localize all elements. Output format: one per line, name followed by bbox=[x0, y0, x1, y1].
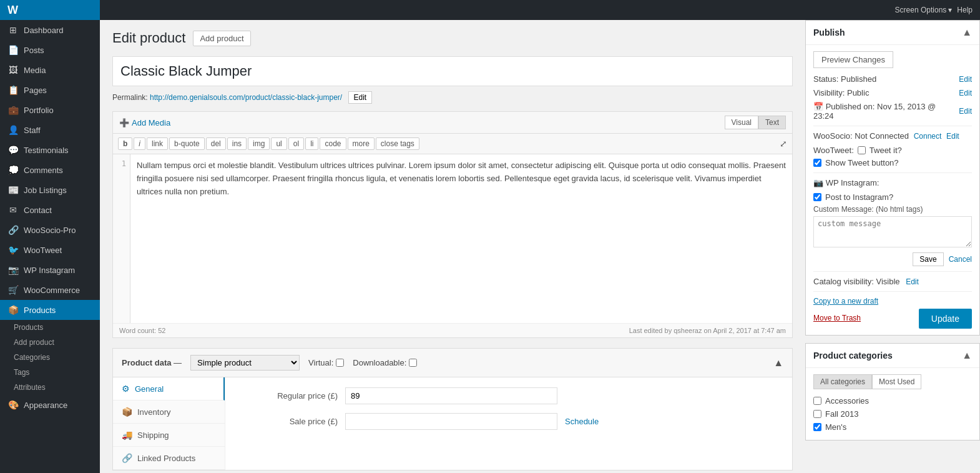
more-button[interactable]: more bbox=[348, 137, 375, 150]
main-content: Edit product Add product Permalink: http… bbox=[100, 20, 805, 473]
shipping-icon: 🚚 bbox=[122, 430, 132, 440]
tab-inventory[interactable]: 📦 Inventory bbox=[113, 401, 225, 424]
copy-to-draft-link[interactable]: Copy to a new draft bbox=[813, 297, 972, 306]
wootweet-row: WooTweet: Tweet it? bbox=[813, 146, 972, 155]
downloadable-checkbox[interactable] bbox=[409, 359, 417, 367]
blockquote-button[interactable]: b-quote bbox=[169, 137, 205, 150]
woosocio-icon: 🔗 bbox=[7, 225, 19, 235]
fullscreen-button[interactable]: ⤢ bbox=[780, 139, 787, 149]
add-media-button[interactable]: ➕ Add Media bbox=[119, 118, 170, 127]
tab-general[interactable]: ⚙ General bbox=[113, 377, 225, 401]
sidebar-sub-categories[interactable]: Categories bbox=[0, 350, 100, 365]
update-button[interactable]: Update bbox=[919, 309, 972, 329]
schedule-link[interactable]: Schedule bbox=[565, 417, 599, 426]
plus-icon: ➕ bbox=[119, 118, 129, 127]
code-button[interactable]: code bbox=[320, 137, 346, 150]
staff-icon: 👤 bbox=[7, 125, 19, 135]
tab-shipping[interactable]: 🚚 Shipping bbox=[113, 424, 225, 447]
ins-button[interactable]: ins bbox=[227, 137, 247, 150]
published-edit-link[interactable]: Edit bbox=[959, 107, 972, 116]
tab-general-label: General bbox=[135, 384, 164, 394]
tab-all-categories[interactable]: All categories bbox=[813, 374, 872, 389]
move-to-trash-link[interactable]: Move to Trash bbox=[813, 314, 861, 322]
show-tweet-row: Show Tweet button? bbox=[813, 158, 972, 167]
product-categories-header[interactable]: Product categories ▲ bbox=[806, 344, 979, 368]
topbar: Screen Options ▾ Help bbox=[100, 0, 980, 20]
add-product-button[interactable]: Add product bbox=[193, 31, 250, 46]
sidebar-item-portfolio[interactable]: 💼 Portfolio bbox=[0, 100, 100, 120]
close-tags-button[interactable]: close tags bbox=[376, 137, 419, 150]
editor-textarea[interactable]: Nullam tempus orci et molestie blandit. … bbox=[130, 154, 792, 323]
post-instagram-checkbox[interactable] bbox=[813, 193, 821, 201]
product-data-box: Product data — Simple productVariable pr… bbox=[112, 348, 793, 471]
sidebar-item-woosocio-pro[interactable]: 🔗 WooSocio-Pro bbox=[0, 220, 100, 240]
sidebar-item-posts[interactable]: 📄 Posts bbox=[0, 40, 100, 60]
sidebar-item-label: WP Instagram bbox=[24, 266, 75, 275]
mens-checkbox[interactable] bbox=[813, 423, 821, 431]
text-tab[interactable]: Text bbox=[758, 116, 786, 129]
sidebar-item-products[interactable]: 📦 Products bbox=[0, 300, 100, 320]
help-btn[interactable]: Help bbox=[957, 6, 973, 14]
sidebar-item-comments[interactable]: 💭 Comments bbox=[0, 160, 100, 180]
sidebar-item-job-listings[interactable]: 📰 Job Listings bbox=[0, 180, 100, 200]
custom-msg-textarea[interactable] bbox=[813, 216, 972, 247]
italic-button[interactable]: i bbox=[134, 137, 145, 150]
line-numbers: 1 bbox=[113, 154, 130, 323]
publish-box-title: Publish bbox=[813, 27, 845, 37]
instagram-cancel-button[interactable]: Cancel bbox=[949, 255, 972, 264]
bold-button[interactable]: b bbox=[118, 137, 132, 150]
publish-box-header[interactable]: Publish ▲ bbox=[806, 21, 979, 45]
regular-price-input[interactable] bbox=[345, 387, 557, 404]
woosocio-edit-link[interactable]: Edit bbox=[946, 132, 959, 141]
woosocio-connect-link[interactable]: Connect bbox=[914, 132, 942, 141]
sidebar-sub-products[interactable]: Products bbox=[0, 320, 100, 335]
sale-price-input[interactable] bbox=[345, 413, 557, 430]
ol-button[interactable]: ol bbox=[288, 137, 304, 150]
sidebar-item-appearance[interactable]: 🎨 Appearance bbox=[0, 395, 100, 415]
img-button[interactable]: img bbox=[248, 137, 270, 150]
sidebar-item-contact[interactable]: ✉ Contact bbox=[0, 200, 100, 220]
permalink-edit-button[interactable]: Edit bbox=[348, 91, 373, 104]
sidebar-item-testimonials[interactable]: 💬 Testimonials bbox=[0, 140, 100, 160]
sidebar-sub-tags[interactable]: Tags bbox=[0, 365, 100, 380]
sidebar-item-wootiweet[interactable]: 🐦 WooTweet bbox=[0, 240, 100, 260]
inventory-icon: 📦 bbox=[122, 407, 132, 417]
virtual-checkbox[interactable] bbox=[336, 359, 344, 367]
tweet-it-checkbox[interactable] bbox=[858, 146, 866, 154]
product-data-controls: Product data — Simple productVariable pr… bbox=[122, 355, 417, 371]
sidebar-item-pages[interactable]: 📋 Pages bbox=[0, 80, 100, 100]
permalink-url[interactable]: http://demo.genialsouls.com/product/clas… bbox=[150, 93, 342, 102]
visibility-edit-link[interactable]: Edit bbox=[959, 89, 972, 97]
dashboard-icon: ⊞ bbox=[7, 25, 19, 35]
accessories-checkbox[interactable] bbox=[813, 397, 821, 405]
publish-box-toggle[interactable]: ▲ bbox=[962, 27, 972, 38]
catalog-edit-link[interactable]: Edit bbox=[906, 277, 919, 286]
sidebar-item-wp-instagram[interactable]: 📷 WP Instagram bbox=[0, 260, 100, 280]
product-type-select[interactable]: Simple productVariable productGrouped pr… bbox=[190, 355, 300, 371]
product-data-collapse-button[interactable]: ▲ bbox=[773, 357, 783, 369]
sidebar-item-dashboard[interactable]: ⊞ Dashboard bbox=[0, 20, 100, 40]
sidebar-sub-attributes[interactable]: Attributes bbox=[0, 380, 100, 395]
sidebar-item-staff[interactable]: 👤 Staff bbox=[0, 120, 100, 140]
product-title-input[interactable] bbox=[112, 56, 793, 86]
sidebar-item-woocommerce[interactable]: 🛒 WooCommerce bbox=[0, 280, 100, 300]
show-tweet-checkbox[interactable] bbox=[813, 159, 821, 167]
li-button[interactable]: li bbox=[305, 137, 318, 150]
sidebar-sub-add-product[interactable]: Add product bbox=[0, 335, 100, 350]
del-button[interactable]: del bbox=[206, 137, 226, 150]
status-edit-link[interactable]: Edit bbox=[959, 75, 972, 84]
sidebar: W ⊞ Dashboard 📄 Posts 🖼 Media 📋 Pages 💼 … bbox=[0, 0, 100, 473]
sidebar-item-label: Products bbox=[24, 306, 56, 315]
tab-most-used[interactable]: Most Used bbox=[872, 374, 921, 389]
screen-options-btn[interactable]: Screen Options ▾ bbox=[895, 6, 953, 14]
ul-button[interactable]: ul bbox=[271, 137, 287, 150]
fall-2013-checkbox[interactable] bbox=[813, 410, 821, 418]
sidebar-item-media[interactable]: 🖼 Media bbox=[0, 60, 100, 80]
tab-linked-products[interactable]: 🔗 Linked Products bbox=[113, 447, 225, 470]
instagram-save-button[interactable]: Save bbox=[913, 252, 943, 266]
visual-tab[interactable]: Visual bbox=[725, 116, 758, 129]
product-categories-toggle[interactable]: ▲ bbox=[962, 350, 972, 361]
wootweet-label: WooTweet: bbox=[813, 146, 854, 155]
link-button[interactable]: link bbox=[147, 137, 168, 150]
preview-changes-button[interactable]: Preview Changes bbox=[813, 51, 893, 68]
